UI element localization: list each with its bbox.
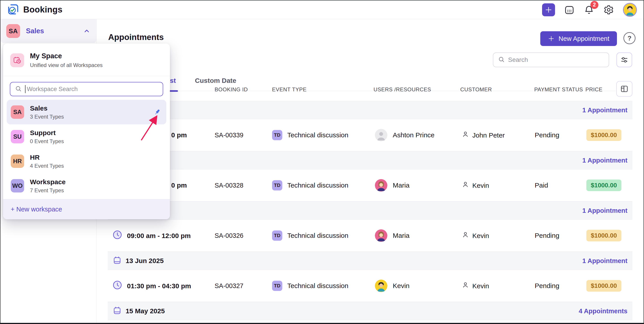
chevron-up-icon [83, 27, 90, 35]
new-workspace-link[interactable]: + New workspace [11, 206, 62, 213]
appointment-time: 0 pm [171, 182, 187, 189]
calendar-icon [113, 306, 122, 317]
payment-status: Pending [535, 282, 559, 290]
quick-add-button[interactable] [542, 3, 555, 16]
user-resource: Kevin [375, 280, 410, 292]
new-appointment-button[interactable]: New Appointment [540, 31, 617, 46]
workspace-meta: 0 Event Types [30, 138, 64, 144]
appointment-count-link[interactable]: 1 Appointment [582, 207, 628, 214]
workspace-item-hr[interactable]: HRHR4 Event Types [7, 149, 166, 174]
event-type: TDTechnical discussion [272, 130, 348, 140]
workspace-badge: SA [11, 105, 24, 119]
text-caret [25, 85, 26, 93]
appointment-row-SA-00327[interactable]: 01:30 pm - 04:30 pmSA-00327TDTechnical d… [108, 270, 632, 302]
user-avatar [375, 179, 388, 192]
appointment-count-link[interactable]: 1 Appointment [582, 257, 628, 265]
filter-button[interactable] [616, 52, 632, 67]
appointment-row-SA-00339[interactable]: 0 pmSA-00339TDTechnical discussionAshton… [108, 119, 632, 151]
date-group-row: 1 Appointment [108, 101, 632, 119]
pin-icon[interactable] [154, 108, 161, 116]
appointment-count-link[interactable]: 4 Appointments [579, 308, 628, 315]
booking-id: SA-00326 [214, 232, 244, 239]
table-body: 1 Appointment0 pmSA-00339TDTechnical dis… [108, 101, 632, 320]
workspace-badge: HR [11, 155, 24, 168]
col-header-payment-status: PAYMENT STATUS [534, 86, 583, 93]
date-group-row: 1 Appointment [108, 151, 632, 169]
appointment-count-link[interactable]: 1 Appointment [582, 157, 628, 164]
settings-gear-icon[interactable] [603, 4, 614, 15]
workspace-search-input[interactable] [27, 86, 158, 93]
workspace-item-workspace[interactable]: WOWorkspace7 Event Types [7, 174, 166, 198]
customer: Kevin [462, 281, 489, 291]
workspace-selector[interactable]: SA Sales [0, 19, 96, 43]
price-pill: $1000.00 [586, 230, 622, 241]
bookings-logo-icon [7, 3, 19, 16]
workspace-item-sales[interactable]: SASales3 Event Types [7, 100, 166, 124]
person-icon [462, 231, 469, 240]
app-title: Bookings [23, 5, 62, 14]
brand: Bookings [7, 3, 62, 16]
workspace-item-support[interactable]: SUSupport0 Event Types [7, 124, 166, 149]
event-type-badge: TD [272, 230, 282, 241]
price: $1000.00 [586, 230, 622, 241]
my-space-item[interactable]: My Space Unified view of all Workspaces [3, 43, 170, 76]
appointment-time: 09:00 am - 12:00 pm [113, 230, 191, 241]
notification-count-badge: 2 [590, 1, 598, 9]
booking-id: SA-00327 [214, 282, 244, 290]
workspace-badge: SU [11, 130, 24, 143]
date-group-row: 1 Appointment [108, 201, 632, 220]
topbar: Bookings 2 [0, 0, 644, 19]
dropdown-footer: + New workspace [3, 199, 170, 219]
bookings-app: Bookings 2 [0, 0, 644, 324]
price-pill: $1000.00 [586, 280, 622, 292]
appointment-row-SA-00326[interactable]: 09:00 am - 12:00 pmSA-00326TDTechnical d… [108, 220, 632, 252]
search-icon [498, 56, 505, 64]
workspace-name: HR [30, 154, 64, 161]
my-space-subtitle: Unified view of all Workspaces [30, 62, 102, 68]
new-appointment-label: New Appointment [558, 35, 609, 42]
payment-status: Pending [535, 131, 559, 139]
appointment-time: 01:30 pm - 04:30 pm [113, 281, 191, 291]
price-pill: $1000.00 [586, 129, 622, 141]
workspace-dropdown: My Space Unified view of all Workspaces … [3, 43, 170, 219]
page-title: Appointments [108, 33, 164, 42]
workspace-selector-badge: SA [6, 24, 20, 38]
event-type-badge: TD [272, 130, 282, 140]
price: $1000.00 [586, 280, 622, 292]
event-type-badge: TD [272, 281, 282, 291]
search-icon [15, 85, 22, 93]
date-group-row: 13 Jun 20251 Appointment [108, 252, 632, 270]
appointments-search-input[interactable] [508, 56, 604, 63]
workspace-name: Support [30, 129, 64, 137]
column-settings-button[interactable] [616, 81, 632, 97]
calendar-icon[interactable] [564, 4, 575, 15]
user-avatar[interactable] [623, 3, 637, 17]
notifications-bell-icon[interactable]: 2 [584, 4, 594, 15]
workspace-list: SASales3 Event Types SUSupport0 Event Ty… [3, 98, 170, 198]
event-type: TDTechnical discussion [272, 230, 348, 241]
user-avatar [375, 280, 388, 292]
group-date: 15 May 2025 [113, 306, 165, 317]
appointment-count-link[interactable]: 1 Appointment [582, 106, 628, 114]
dropdown-divider [3, 76, 170, 76]
event-type-badge: TD [272, 180, 282, 190]
clock-icon [113, 281, 122, 291]
workspace-badge: WO [11, 179, 24, 193]
user-resource: Maria [375, 229, 410, 242]
person-icon [462, 181, 469, 190]
customer: Kevin [462, 181, 489, 190]
main-content: Appointments New Appointment ? st Custom… [96, 19, 644, 323]
col-header-users-resources: USERS /RESOURCES [374, 86, 431, 93]
col-header-customer: CUSTOMER [460, 86, 492, 93]
workspace-name: Workspace [30, 178, 66, 186]
group-date: 13 Jun 2025 [113, 256, 164, 266]
price-pill: $1000.00 [586, 180, 622, 191]
payment-status: Paid [535, 182, 548, 189]
table-header-row: BOOKING ID EVENT TYPE USERS /RESOURCES C… [108, 78, 632, 101]
person-icon [462, 281, 469, 291]
col-header-event-type: EVENT TYPE [272, 86, 307, 93]
help-button[interactable]: ? [624, 32, 636, 44]
my-space-calendar-icon [10, 53, 24, 67]
workspace-name: Sales [30, 104, 64, 112]
appointment-row-SA-00328[interactable]: 0 pmSA-00328TDTechnical discussionMariaK… [108, 169, 632, 201]
